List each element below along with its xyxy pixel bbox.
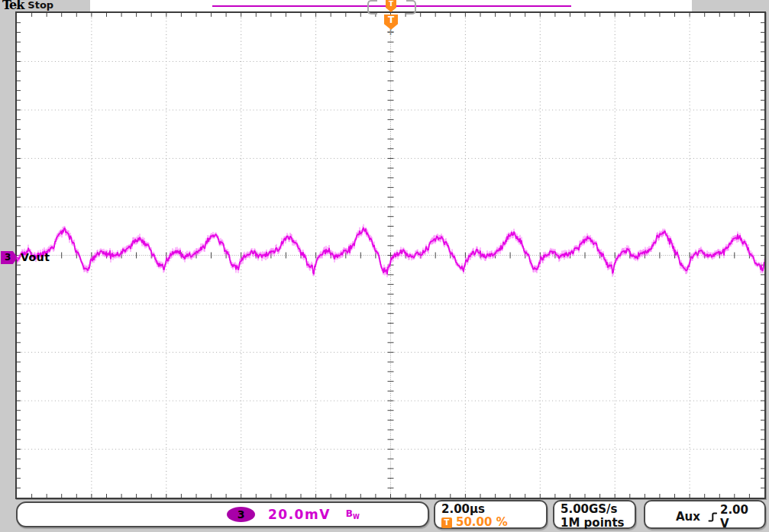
channel-readout-box: 3 20.0mV BW (16, 501, 429, 527)
header-left: Tek Stop (2, 0, 53, 11)
acquisition-status: Stop (27, 0, 53, 11)
acquisition-readout-box: 5.00GS/s 1M points (553, 500, 636, 529)
timebase-readout: 2.00µs (441, 502, 540, 516)
grid-and-trace-svg (17, 13, 764, 498)
channel-3-label: Vout (21, 251, 50, 263)
trigger-position-readout: 50.00 % (456, 516, 508, 529)
trigger-level-readout: 2.00 V (720, 503, 755, 530)
trigger-readout-box: Aux 2.00 V (644, 500, 766, 529)
record-view-bracket-right (406, 0, 416, 15)
sample-rate-readout: 5.00GS/s (561, 502, 628, 516)
graticule (15, 11, 766, 499)
bandwidth-limit-icon: BW (346, 508, 360, 521)
channel-3-badge: 3 (227, 507, 255, 522)
horizontal-readout-box: 2.00µs T 50.00 % (434, 500, 548, 529)
trigger-position-row: T 50.00 % (441, 516, 540, 529)
trigger-source-readout: Aux (676, 510, 700, 524)
rising-edge-icon (708, 511, 720, 523)
tek-logo: Tek (2, 0, 24, 12)
trigger-source-row: Aux 2.00 V (654, 503, 755, 530)
channel-scale-readout: 20.0mV (268, 507, 331, 522)
trigger-cross-icon: + (386, 26, 395, 37)
record-view-bracket-left (367, 0, 377, 15)
record-length-readout: 1M points (561, 516, 628, 530)
oscilloscope-screen: Tek Stop T T + 3 Vout 3 20.0mV BW 2.00µs… (0, 0, 769, 532)
trigger-t-icon: T (441, 517, 452, 528)
